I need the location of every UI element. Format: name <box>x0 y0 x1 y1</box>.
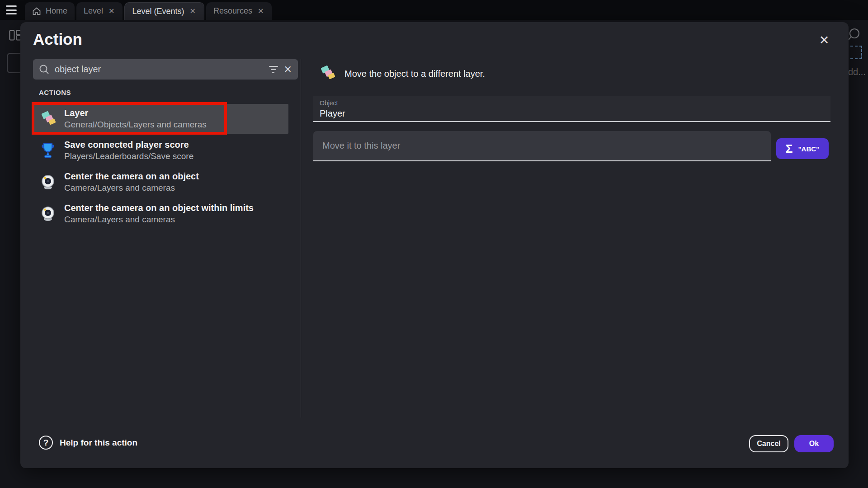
dialog-title: Action <box>33 30 82 48</box>
tab-label: Resources <box>213 6 252 16</box>
camera-icon <box>39 173 57 191</box>
tab-bar: Home Level ✕ Level (Events) ✕ Resources … <box>0 0 868 20</box>
action-title: Center the camera on an object <box>64 171 199 182</box>
search-input[interactable] <box>55 64 263 75</box>
tab-home[interactable]: Home <box>25 2 75 20</box>
panels-layout-icon[interactable] <box>9 30 22 41</box>
layers-icon <box>39 110 57 128</box>
tab-close-icon[interactable]: ✕ <box>257 7 264 16</box>
action-dialog: Action ✕ ✕ ACTIONS Layer General/Objects… <box>20 22 849 468</box>
action-path: Camera/Layers and cameras <box>64 215 254 225</box>
tab-close-icon[interactable]: ✕ <box>189 7 197 16</box>
tab-level[interactable]: Level ✕ <box>76 2 123 20</box>
action-path: Players/Leaderboards/Save score <box>64 151 193 161</box>
app-root: Home Level ✕ Level (Events) ✕ Resources … <box>0 0 868 488</box>
expression-type-label: "ABC" <box>798 145 819 153</box>
action-description: Move the object to a different layer. <box>319 65 485 82</box>
action-title: Save connected player score <box>64 140 193 150</box>
truncated-add-text: dd... <box>848 67 866 77</box>
action-path: Camera/Layers and cameras <box>64 183 199 193</box>
help-icon: ? <box>39 436 53 450</box>
list-item-save-score[interactable]: Save connected player score Players/Lead… <box>33 136 288 165</box>
list-item-layer[interactable]: Layer General/Objects/Layers and cameras <box>33 104 288 134</box>
ok-button[interactable]: Ok <box>794 435 834 452</box>
list-item-center-camera[interactable]: Center the camera on an object Camera/La… <box>33 167 288 197</box>
panel-divider <box>301 59 301 418</box>
action-list: Layer General/Objects/Layers and cameras… <box>33 104 288 229</box>
object-field-value: Player <box>320 108 824 119</box>
actions-section-header: ACTIONS <box>39 89 71 96</box>
help-label: Help for this action <box>60 438 137 448</box>
expression-builder-button[interactable]: Σ "ABC" <box>776 138 829 159</box>
dialog-close-icon[interactable]: ✕ <box>816 32 832 48</box>
trophy-icon <box>39 141 57 160</box>
tab-close-icon[interactable]: ✕ <box>108 7 115 16</box>
filter-icon[interactable] <box>269 66 278 73</box>
home-icon <box>32 7 41 16</box>
action-path: General/Objects/Layers and cameras <box>64 120 207 130</box>
search-icon <box>39 64 49 75</box>
action-search-box[interactable]: ✕ <box>33 59 298 80</box>
action-title: Center the camera on an object within li… <box>64 203 254 213</box>
list-item-center-camera-limits[interactable]: Center the camera on an object within li… <box>33 199 288 229</box>
description-text: Move the object to a different layer. <box>344 69 485 79</box>
tab-resources[interactable]: Resources ✕ <box>206 2 272 20</box>
search-icon[interactable] <box>847 27 863 46</box>
help-link[interactable]: ? Help for this action <box>39 436 137 450</box>
tab-label: Home <box>46 6 67 16</box>
cancel-button[interactable]: Cancel <box>749 435 788 452</box>
layers-icon <box>319 65 336 82</box>
clear-search-icon[interactable]: ✕ <box>284 65 292 75</box>
tab-label: Level <box>84 6 103 16</box>
tab-level-events[interactable]: Level (Events) ✕ <box>124 2 204 20</box>
camera-icon <box>39 205 57 223</box>
sigma-icon: Σ <box>786 143 793 155</box>
layer-input[interactable] <box>313 131 771 161</box>
hamburger-menu-icon[interactable] <box>6 5 17 14</box>
object-field-label: Object <box>320 99 824 107</box>
object-field[interactable]: Object Player <box>313 96 830 122</box>
tab-label: Level (Events) <box>132 7 184 16</box>
action-title: Layer <box>64 108 207 118</box>
